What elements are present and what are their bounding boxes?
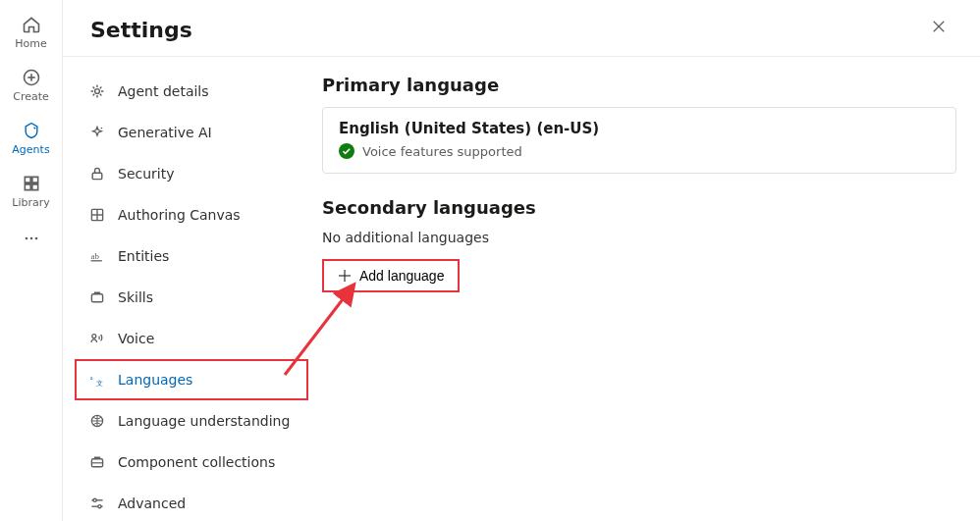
add-language-highlight: Add language: [322, 259, 460, 292]
agents-icon: [21, 120, 42, 141]
secondary-languages-empty: No additional languages: [322, 230, 956, 245]
languages-icon: a文: [88, 371, 106, 389]
sparkle-icon: [88, 124, 106, 141]
svg-point-12: [95, 89, 100, 94]
sidebar-item-label: Component collections: [118, 454, 275, 470]
entities-icon: ab: [88, 247, 106, 265]
canvas-icon: [88, 206, 106, 224]
sidebar-item-label: Languages: [118, 372, 192, 388]
svg-point-9: [34, 237, 37, 240]
rail-label: Home: [15, 37, 46, 50]
svg-text:ab: ab: [91, 251, 100, 261]
settings-side-nav: Agent details Generative AI Security Aut…: [63, 57, 308, 521]
svg-point-8: [29, 237, 32, 240]
rail-label: Library: [12, 196, 49, 209]
primary-language-heading: Primary language: [322, 75, 956, 95]
sidebar-item-authoring-canvas[interactable]: Authoring Canvas: [75, 194, 308, 235]
rail-label: Agents: [12, 143, 49, 156]
svg-text:a: a: [90, 374, 93, 381]
sidebar-item-voice[interactable]: Voice: [75, 318, 308, 359]
rail-item-home[interactable]: Home: [0, 6, 62, 59]
settings-panel: Settings Agent details Generative AI: [63, 0, 980, 521]
lock-icon: [88, 165, 106, 182]
gear-icon: [88, 82, 106, 100]
skills-icon: [88, 288, 106, 306]
global-nav-rail: Home Create Agents Library: [0, 0, 63, 521]
sidebar-item-label: Entities: [118, 248, 169, 264]
sidebar-item-advanced[interactable]: Advanced: [75, 483, 308, 521]
rail-item-more[interactable]: [0, 220, 62, 258]
sliders-icon: [88, 495, 106, 512]
sidebar-item-label: Skills: [118, 289, 153, 305]
svg-rect-5: [25, 184, 30, 190]
svg-rect-6: [31, 184, 37, 190]
sidebar-item-language-understanding[interactable]: Language understanding: [75, 400, 308, 442]
library-icon: [21, 173, 42, 194]
svg-point-7: [25, 237, 27, 240]
sidebar-item-skills[interactable]: Skills: [75, 277, 308, 318]
svg-rect-3: [25, 177, 30, 182]
plus-circle-icon: [21, 67, 42, 88]
close-button[interactable]: [925, 14, 953, 41]
check-circle-icon: [339, 143, 354, 159]
svg-point-29: [93, 498, 96, 501]
collections-icon: [88, 453, 106, 471]
plus-icon: [338, 269, 352, 283]
sidebar-item-label: Language understanding: [118, 413, 290, 429]
ellipsis-icon: [21, 228, 42, 249]
rail-item-agents[interactable]: Agents: [0, 112, 62, 165]
add-language-button[interactable]: Add language: [324, 261, 458, 290]
svg-rect-14: [92, 173, 102, 179]
add-language-label: Add language: [359, 268, 444, 284]
primary-language-name: English (United States) (en-US): [339, 120, 940, 137]
brain-icon: [88, 412, 106, 430]
languages-content: Primary language English (United States)…: [308, 57, 980, 521]
rail-item-create[interactable]: Create: [0, 59, 62, 112]
svg-point-30: [98, 505, 101, 508]
svg-point-21: [92, 335, 96, 339]
secondary-languages-heading: Secondary languages: [322, 197, 956, 218]
sidebar-item-label: Generative AI: [118, 125, 212, 140]
voice-supported-text: Voice features supported: [362, 144, 522, 159]
home-icon: [21, 14, 42, 35]
sidebar-item-label: Voice: [118, 331, 154, 346]
svg-rect-4: [31, 177, 37, 182]
svg-point-13: [101, 128, 103, 130]
sidebar-item-label: Security: [118, 166, 175, 182]
close-icon: [932, 19, 946, 37]
voice-icon: [88, 330, 106, 347]
rail-item-library[interactable]: Library: [0, 165, 62, 218]
rail-label: Create: [13, 90, 49, 103]
svg-text:文: 文: [96, 380, 103, 388]
sidebar-item-languages[interactable]: a文 Languages: [75, 359, 308, 400]
sidebar-item-entities[interactable]: ab Entities: [75, 235, 308, 277]
primary-language-card: English (United States) (en-US) Voice fe…: [322, 107, 956, 174]
svg-rect-20: [91, 294, 102, 302]
sidebar-item-label: Authoring Canvas: [118, 207, 241, 223]
sidebar-item-security[interactable]: Security: [75, 153, 308, 194]
sidebar-item-label: Advanced: [118, 495, 186, 511]
sidebar-item-label: Agent details: [118, 83, 209, 99]
sidebar-item-generative-ai[interactable]: Generative AI: [75, 112, 308, 153]
sidebar-item-agent-details[interactable]: Agent details: [75, 71, 308, 112]
sidebar-item-component-collections[interactable]: Component collections: [75, 442, 308, 483]
page-title: Settings: [90, 18, 925, 42]
